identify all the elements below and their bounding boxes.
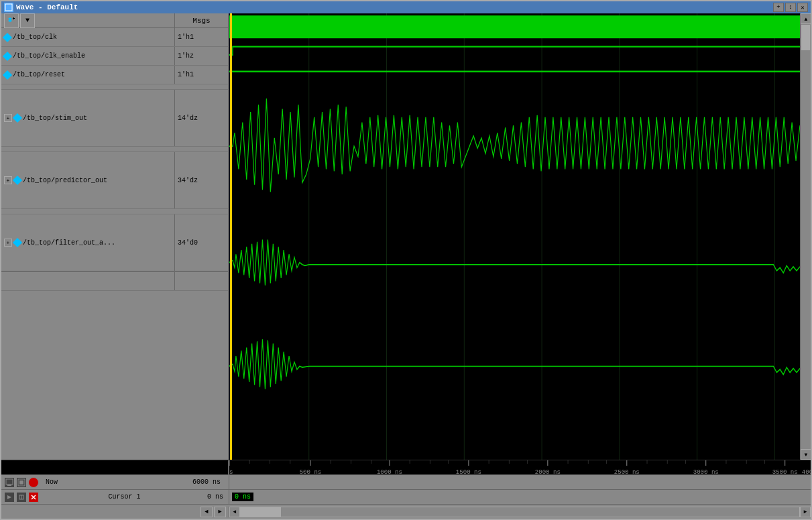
signal-panel: ▼ Msgs /tb_top/clk 1'h1 — [1, 13, 229, 460]
scroll-track[interactable] — [801, 24, 811, 449]
signal-value-predictor-out: 34'dz — [178, 177, 198, 184]
titlebar-buttons: + ↕ ✕ — [773, 3, 808, 12]
status-icons — [4, 477, 39, 488]
signal-row-clk: /tb_top/clk 1'h1 — [1, 28, 228, 47]
add-button[interactable]: + — [773, 3, 784, 12]
signal-row-stim-out: + /tb_top/stim_out 14'dz — [1, 90, 228, 147]
header-toolbar: ▼ — [1, 13, 174, 27]
svg-point-56 — [31, 480, 36, 485]
signal-row-filter-out-a: + /tb_top/filter_out_a... 34'd0 — [1, 214, 228, 271]
scrollbar-vertical[interactable]: ▲ ▼ — [800, 13, 811, 460]
signal-value-stim-out: 14'dz — [178, 115, 198, 122]
status-icon-2[interactable] — [16, 477, 27, 488]
scroll-thumb[interactable] — [801, 24, 811, 51]
close-button[interactable]: ✕ — [797, 3, 808, 12]
now-value: 6000 ns — [192, 478, 226, 486]
status-icon-3[interactable] — [28, 477, 39, 488]
scroll-h-track[interactable] — [240, 507, 800, 517]
cursor-icon-3[interactable] — [28, 492, 39, 503]
msgs-header: Msgs — [174, 13, 228, 27]
app-icon — [4, 3, 13, 12]
svg-rect-52 — [6, 479, 13, 484]
signal-icon-predictor-out — [13, 176, 22, 185]
expand-filter-out-a[interactable]: + — [4, 239, 12, 247]
signal-row-predictor-out: + /tb_top/predictor_out 34'dz — [1, 152, 228, 209]
svg-rect-4 — [13, 17, 14, 19]
signal-name-predictor-out: /tb_top/predictor_out — [23, 177, 107, 184]
svg-text:1000 ns: 1000 ns — [377, 468, 402, 474]
signal-name-stim-out: /tb_top/stim_out — [23, 115, 87, 122]
svg-rect-55 — [19, 480, 23, 484]
status-bar: Now 6000 ns — [1, 474, 811, 489]
main-window: Wave - Default + ↕ ✕ — [0, 0, 812, 520]
cursor-name-label: Cursor 1 — [42, 493, 207, 501]
signal-icon-clk — [3, 32, 12, 42]
resize-button[interactable]: ↕ — [785, 3, 796, 12]
scrollbar-horizontal[interactable]: ◄ ► — [229, 507, 811, 517]
toolbar-add-btn[interactable] — [4, 13, 19, 28]
signal-name-reset: /tb_top/reset — [13, 71, 65, 78]
toolbar-menu-btn[interactable]: ▼ — [20, 13, 35, 28]
signal-value-clk: 1'h1 — [178, 34, 194, 41]
timeline-label-area — [1, 460, 229, 474]
svg-text:2000 ns: 2000 ns — [535, 468, 561, 474]
signal-value-filter-out-a: 34'd0 — [178, 239, 198, 247]
svg-rect-12 — [229, 15, 800, 38]
nav-next-btn[interactable]: ► — [214, 507, 226, 517]
titlebar: Wave - Default + ↕ ✕ — [1, 1, 811, 13]
cursor-icons — [4, 492, 39, 503]
scroll-right-btn[interactable]: ► — [800, 507, 811, 517]
signal-icon-reset — [3, 70, 12, 79]
cursor-icon-2[interactable] — [16, 492, 27, 503]
svg-marker-2 — [8, 19, 12, 22]
cursor-right: 0 ns — [229, 493, 811, 501]
svg-text:3000 ns: 3000 ns — [693, 468, 719, 474]
now-label: Now — [46, 478, 58, 486]
waveform-svg — [229, 13, 800, 460]
nav-left: ◄ ► — [1, 507, 229, 517]
cursor-left: Cursor 1 0 ns — [1, 490, 229, 504]
cursor-bar: Cursor 1 0 ns 0 ns — [1, 489, 811, 504]
signal-name-clk-enable: /tb_top/clk_enable — [13, 52, 85, 60]
signal-row-clk-enable: /tb_top/clk_enable 1'hz — [1, 47, 228, 66]
signal-value-clk-enable: 1'hz — [178, 52, 194, 60]
timeline-row: ns 500 ns 1000 ns 1500 ns 2000 ns 2500 n… — [1, 460, 811, 474]
main-area: ▼ Msgs /tb_top/clk 1'h1 — [1, 13, 811, 460]
scroll-h-thumb[interactable] — [241, 507, 281, 517]
signal-name-clk: /tb_top/clk — [13, 34, 57, 41]
scroll-up-btn[interactable]: ▲ — [801, 13, 811, 24]
signal-row-reset: /tb_top/reset 1'h1 — [1, 66, 228, 84]
nav-prev-btn[interactable]: ◄ — [200, 507, 213, 517]
scroll-left-btn[interactable]: ◄ — [229, 507, 240, 517]
expand-stim-out[interactable]: + — [4, 114, 12, 122]
cursor-icon-1[interactable] — [4, 492, 15, 503]
waveform-canvas[interactable] — [229, 13, 800, 460]
svg-text:3500 ns: 3500 ns — [772, 468, 798, 474]
title-text: Wave - Default — [16, 3, 773, 11]
status-left: Now 6000 ns — [1, 475, 229, 489]
svg-text:2500 ns: 2500 ns — [614, 468, 640, 474]
signal-icon-stim-out — [13, 113, 22, 123]
svg-marker-57 — [7, 495, 11, 499]
signal-name-filter-out-a: /tb_top/filter_out_a... — [23, 239, 115, 247]
nav-bar: ◄ ► ◄ ► — [1, 504, 811, 519]
expand-predictor-out[interactable]: + — [4, 176, 12, 184]
svg-text:500 ns: 500 ns — [300, 468, 322, 474]
signal-list: /tb_top/clk 1'h1 /tb_top/clk_enable 1'hz — [1, 28, 228, 460]
cursor-value-label: 0 ns — [207, 493, 226, 501]
svg-rect-0 — [5, 4, 12, 11]
cursor-time-display: 0 ns — [232, 493, 253, 501]
signal-icon-filter-out-a — [13, 238, 22, 247]
timeline-ticks: ns 500 ns 1000 ns 1500 ns 2000 ns 2500 n… — [229, 460, 811, 474]
signal-icon-clk-enable — [3, 51, 12, 60]
signal-value-reset: 1'h1 — [178, 71, 194, 78]
svg-text:400: 400 — [802, 468, 811, 474]
status-icon-1[interactable] — [4, 477, 15, 488]
svg-text:ns: ns — [229, 468, 233, 474]
cursor-line — [231, 13, 232, 460]
bottom-panel: ns 500 ns 1000 ns 1500 ns 2000 ns 2500 n… — [1, 460, 811, 519]
svg-rect-53 — [7, 484, 11, 486]
svg-text:1500 ns: 1500 ns — [456, 468, 481, 474]
scroll-down-btn[interactable]: ▼ — [801, 449, 811, 460]
signal-panel-header: ▼ Msgs — [1, 13, 228, 28]
